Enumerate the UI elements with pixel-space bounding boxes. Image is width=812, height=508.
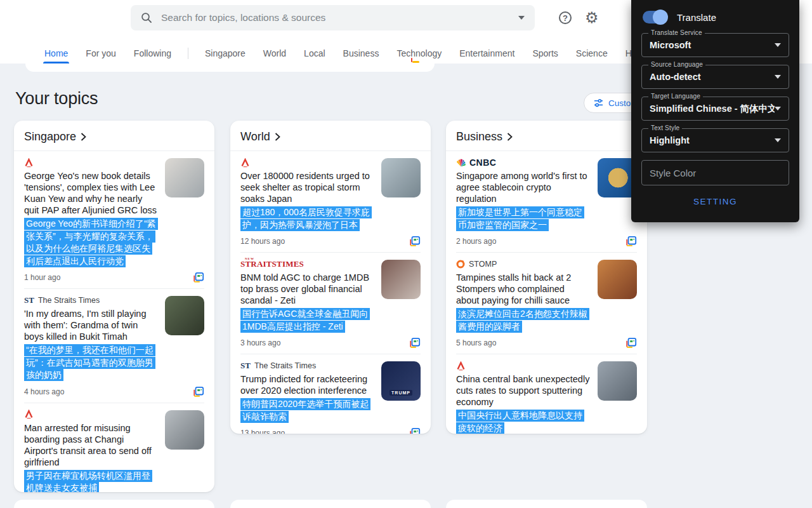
- translate-panel-title: Translate: [677, 12, 716, 23]
- article-thumbnail[interactable]: [165, 158, 204, 197]
- topic-card-body: Over 180000 residents urged to seek shel…: [230, 151, 431, 434]
- article-source[interactable]: [24, 409, 157, 420]
- article-headline[interactable]: China central bank unexpectedly cuts rat…: [456, 373, 590, 408]
- article: Man arrested for misusing boarding pass …: [24, 403, 204, 493]
- settings-gear-icon[interactable]: ⚙: [585, 9, 599, 27]
- article-thumbnail[interactable]: TRUMP: [381, 361, 421, 401]
- full-coverage-icon[interactable]: [409, 337, 421, 349]
- page-title: Your topics: [15, 89, 98, 109]
- select-text-style[interactable]: Text Style Highlight: [641, 128, 789, 152]
- article-headline[interactable]: George Yeo's new book details 'tensions'…: [24, 170, 157, 216]
- article-thumbnail[interactable]: [598, 260, 637, 299]
- article: CNBC Singapore among world's first to ag…: [456, 151, 637, 252]
- article-headline[interactable]: Singapore among world's first to agree s…: [456, 170, 590, 204]
- article: China central bank unexpectedly cuts rat…: [456, 354, 637, 434]
- search-input[interactable]: [160, 11, 511, 24]
- tab-singapore[interactable]: Singapore: [196, 44, 254, 62]
- article-headline[interactable]: 'In my dreams, I'm still playing with th…: [24, 308, 157, 342]
- translate-panel: Translate Translate Service Microsoft So…: [631, 0, 799, 222]
- full-coverage-icon[interactable]: [625, 236, 637, 247]
- tab-entertainment[interactable]: Entertainment: [450, 44, 523, 62]
- article-thumbnail[interactable]: [598, 361, 637, 401]
- full-coverage-icon[interactable]: [193, 386, 204, 398]
- article-timestamp: 4 hours ago: [24, 387, 64, 396]
- article-timestamp: 3 hours ago: [240, 338, 280, 347]
- article-meta: 2 hours ago: [456, 235, 637, 248]
- article-headline[interactable]: Man arrested for misusing boarding pass …: [24, 422, 157, 468]
- full-coverage-icon[interactable]: [409, 427, 421, 434]
- translate-toggle[interactable]: [643, 11, 667, 23]
- tab-following[interactable]: Following: [125, 44, 180, 62]
- setting-link[interactable]: SETTING: [631, 197, 799, 206]
- article: STThe Straits Times 'In my dreams, I'm s…: [24, 288, 204, 403]
- select-target-language[interactable]: Target Language Simplified Chinese - 简体中…: [641, 97, 789, 121]
- google-news-page: ? ⚙ HomeFor youFollowingSingaporeWorldLo…: [0, 0, 812, 508]
- next-section-card-partial: [446, 500, 647, 508]
- article-thumbnail[interactable]: [165, 410, 204, 450]
- tab-home[interactable]: Home: [36, 44, 77, 62]
- topic-title: Singapore: [24, 130, 76, 144]
- full-coverage-icon[interactable]: [409, 236, 421, 247]
- thumbnail-text: TRUMP: [390, 390, 412, 396]
- article-source[interactable]: [456, 360, 590, 371]
- topic-header-link[interactable]: Business: [446, 121, 647, 151]
- select-source-language[interactable]: Source Language Auto-detect: [641, 65, 789, 89]
- article-source[interactable]: STThe Straits Times: [240, 360, 374, 371]
- tab-science[interactable]: Science: [567, 44, 617, 62]
- stomp-logo-icon: [456, 260, 465, 269]
- article-source[interactable]: [24, 157, 157, 168]
- article-meta: 4 hours ago: [24, 385, 204, 398]
- article-headline[interactable]: Tampines stalls hit back at 2 Stompers w…: [456, 272, 590, 306]
- article-meta: 3 hours ago: [240, 337, 421, 349]
- article-thumbnail[interactable]: [381, 158, 421, 197]
- style-color-input[interactable]: Style Color: [641, 160, 789, 185]
- cna-logo-icon: [240, 158, 250, 168]
- tab-world[interactable]: World: [254, 44, 295, 62]
- article-source[interactable]: STOMP: [456, 258, 590, 270]
- article-translation: 男子因在樟宜机场转机区滥用登机牌送走女友被捕: [24, 470, 157, 493]
- select-translate-service[interactable]: Translate Service Microsoft: [641, 33, 789, 57]
- search-dropdown-caret-icon[interactable]: [518, 16, 525, 20]
- source-name: The Straits Times: [38, 296, 100, 305]
- toggle-knob: [653, 10, 668, 25]
- tab-technology[interactable]: Technology: [388, 44, 450, 62]
- article: Over 180000 residents urged to seek shel…: [240, 151, 421, 252]
- cna-logo-icon: [456, 361, 466, 371]
- article-meta: 1 hour ago: [24, 271, 204, 284]
- article-source[interactable]: CNBC: [456, 157, 590, 168]
- translate-toggle-row: Translate: [631, 0, 799, 33]
- article-headline[interactable]: Over 180000 residents urged to seek shel…: [240, 170, 374, 204]
- topic-header-link[interactable]: World: [230, 121, 431, 151]
- tab-sports[interactable]: Sports: [523, 44, 566, 62]
- search-bar[interactable]: [131, 5, 535, 30]
- tab-local[interactable]: Local: [295, 44, 334, 62]
- topic-title: World: [240, 130, 270, 144]
- search-icon: [141, 12, 152, 23]
- chevron-right-icon: [275, 133, 280, 141]
- article-source[interactable]: [240, 157, 374, 168]
- article-headline[interactable]: BNM told AGC to charge 1MDB top brass ov…: [240, 272, 374, 306]
- article-thumbnail[interactable]: [165, 296, 204, 335]
- article-thumbnail[interactable]: [381, 260, 421, 299]
- article-headline[interactable]: Trump indicted for racketeering over 202…: [240, 373, 374, 396]
- article: STThe Straits Times Trump indicted for r…: [240, 354, 421, 434]
- tab-for-you[interactable]: For you: [77, 44, 124, 62]
- source-name: STOMP: [469, 260, 497, 269]
- article-source[interactable]: NEWSTRAITSTIMES: [240, 258, 374, 270]
- article-translation: 国行告诉AGC就全球金融丑闻向1MDB高层提出指控 - Zeti: [240, 308, 374, 333]
- article-meta: 12 hours ago: [240, 235, 421, 248]
- tab-business[interactable]: Business: [334, 44, 388, 62]
- help-icon[interactable]: ?: [559, 11, 572, 24]
- article-source[interactable]: STThe Straits Times: [24, 295, 157, 306]
- chevron-down-icon: [775, 107, 781, 110]
- article-timestamp: 13 hours ago: [240, 429, 285, 434]
- topic-header-link[interactable]: Singapore: [14, 121, 214, 151]
- full-coverage-icon[interactable]: [193, 272, 204, 283]
- chevron-down-icon: [775, 75, 781, 79]
- article-translation: 中国央行出人意料地降息以支持疲软的经济: [456, 410, 590, 434]
- full-coverage-icon[interactable]: [625, 337, 637, 349]
- chevron-right-icon: [507, 133, 513, 141]
- topic-card-body: CNBC Singapore among world's first to ag…: [446, 151, 647, 434]
- topic-card-singapore: Singapore George Yeo's new book details …: [14, 121, 214, 492]
- next-section-card-partial: [14, 500, 214, 508]
